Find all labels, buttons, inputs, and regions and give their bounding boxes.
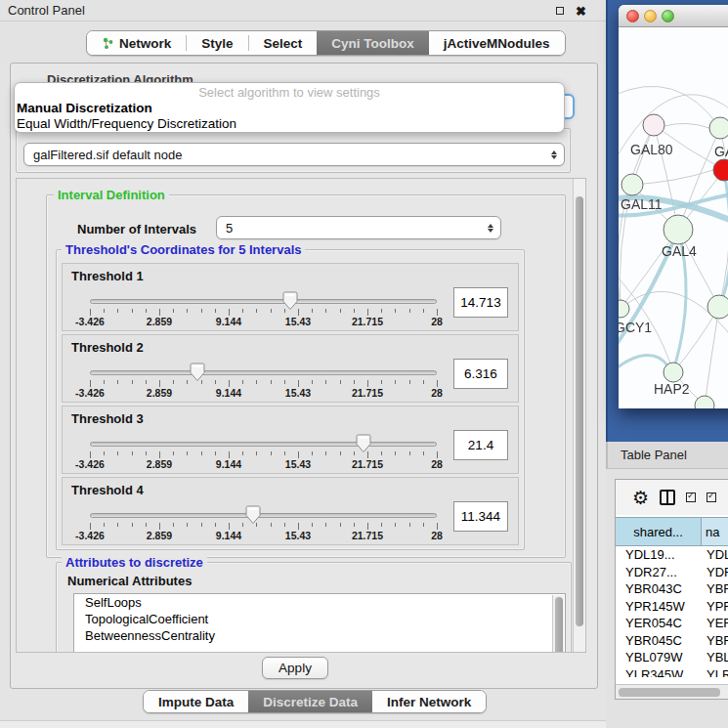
tick-mark xyxy=(298,523,299,530)
tab-select[interactable]: Select xyxy=(249,31,318,55)
bottom-tab-discretize-data[interactable]: Discretize Data xyxy=(248,691,372,712)
tab-label: jActiveMNodules xyxy=(444,36,550,51)
mac-close-button[interactable] xyxy=(626,10,639,22)
tab-jactivemnodules[interactable]: jActiveMNodules xyxy=(429,31,565,55)
node-label: GAL80 xyxy=(630,142,673,157)
apply-button[interactable]: Apply xyxy=(262,657,328,679)
table-row[interactable]: YLR345WYLR3 xyxy=(616,666,728,678)
cell-name: YBL0 xyxy=(702,650,728,664)
tick-mark xyxy=(298,309,299,316)
scrollbar-thumb[interactable] xyxy=(576,196,583,626)
attribute-list-item[interactable]: TopologicalCoefficient xyxy=(74,611,565,627)
threshold-slider-thumb[interactable] xyxy=(245,505,261,525)
table-data-combo[interactable]: galFiltered.sif default node xyxy=(23,143,565,166)
num-intervals-combo[interactable]: 5 xyxy=(216,216,501,239)
tick-mark xyxy=(132,380,133,384)
cell-name: YDL1 xyxy=(702,547,728,562)
tick-mark xyxy=(90,309,91,316)
threshold-slider-thumb[interactable] xyxy=(356,434,371,453)
network-node[interactable] xyxy=(664,363,683,382)
tab-label: Impute Data xyxy=(158,695,234,709)
network-node[interactable] xyxy=(695,396,714,408)
mac-minimize-button[interactable] xyxy=(644,10,657,22)
network-window-titlebar[interactable] xyxy=(619,5,728,27)
table-row[interactable]: YDL19...YDL1 xyxy=(616,546,728,564)
tick-mark xyxy=(104,451,105,455)
table-row[interactable]: YPR145WYPR1 xyxy=(616,598,728,616)
tick-label: 2.859 xyxy=(147,458,172,470)
network-canvas[interactable]: GAL80GACGAL11GAL4GCY1HHAP2 xyxy=(619,27,728,408)
checkbox-icon[interactable] xyxy=(707,492,716,502)
column-header-shared[interactable]: shared... xyxy=(616,517,702,546)
network-edge-highlighted[interactable] xyxy=(619,355,667,371)
attributes-list-scrollbar[interactable] xyxy=(552,595,564,653)
threshold-value-field[interactable]: 6.316 xyxy=(453,359,508,389)
tick-mark xyxy=(117,523,118,527)
network-node[interactable] xyxy=(707,295,728,319)
threshold-value-field[interactable]: 11.344 xyxy=(453,501,508,532)
columns-icon[interactable] xyxy=(660,490,675,505)
attribute-list-item[interactable]: SelfLoops xyxy=(74,594,565,611)
tick-mark xyxy=(173,451,174,455)
control-panel-titlebar: Control Panel ✖ xyxy=(0,0,606,21)
threshold-slider-thumb[interactable] xyxy=(190,363,205,382)
scrollbar-thumb[interactable] xyxy=(619,688,720,697)
tick-mark xyxy=(146,380,147,384)
close-button[interactable]: ✖ xyxy=(576,5,588,18)
float-icon xyxy=(556,7,564,15)
threshold-slider-track[interactable] xyxy=(90,442,437,447)
table-row[interactable]: YBL079WYBL0 xyxy=(616,649,728,666)
table-row[interactable]: YDR27...YDR2 xyxy=(616,564,728,581)
tick-label: 15.43 xyxy=(285,458,311,470)
table-row[interactable]: YBR043CYBR0 xyxy=(616,580,728,598)
column-header-name[interactable]: na xyxy=(702,517,728,546)
node-label: GAL4 xyxy=(662,243,697,259)
threshold-value-field[interactable]: 21.4 xyxy=(453,430,508,460)
attribute-list-item[interactable]: BetweennessCentrality xyxy=(74,627,565,644)
threshold-value-field[interactable]: 14.713 xyxy=(453,287,508,318)
bottom-tab-infer-network[interactable]: Infer Network xyxy=(372,691,486,712)
network-node[interactable] xyxy=(664,215,693,244)
tick-mark xyxy=(423,451,424,455)
tick-mark xyxy=(256,380,257,384)
settings-panel-scrollbar[interactable] xyxy=(573,179,585,652)
num-intervals-value: 5 xyxy=(226,221,233,236)
tick-mark xyxy=(187,380,188,384)
table-panel-title: Table Panel xyxy=(621,448,687,462)
dropdown-item[interactable]: Manual Discretization xyxy=(15,101,564,116)
network-node[interactable] xyxy=(643,114,664,136)
tick-mark xyxy=(117,380,118,384)
cell-name: YBR0 xyxy=(702,581,728,596)
table-row[interactable]: YER054CYER0 xyxy=(616,615,728,632)
tick-mark xyxy=(284,451,285,455)
mac-zoom-button[interactable] xyxy=(662,10,674,22)
thresholds-group-title: Threshold's Coordinates for 5 Intervals xyxy=(62,242,305,257)
tick-mark xyxy=(201,309,202,313)
scrollbar-thumb[interactable] xyxy=(555,597,563,653)
gear-icon[interactable]: ⚙ xyxy=(632,489,649,507)
network-edge[interactable] xyxy=(619,86,720,128)
tick-mark xyxy=(340,309,341,313)
network-edge[interactable] xyxy=(705,307,719,406)
tab-style[interactable]: Style xyxy=(187,31,247,55)
bottom-tab-impute-data[interactable]: Impute Data xyxy=(144,691,248,712)
threshold-slider-track[interactable] xyxy=(90,299,437,304)
tick-mark xyxy=(90,380,91,387)
network-node[interactable] xyxy=(621,174,643,195)
tick-mark xyxy=(229,523,230,530)
tab-cyni-toolbox[interactable]: Cyni Toolbox xyxy=(317,31,429,55)
table-horizontal-scrollbar[interactable] xyxy=(616,684,728,699)
network-node[interactable] xyxy=(709,117,728,139)
threshold-slider-track[interactable] xyxy=(90,370,437,375)
table-row[interactable]: YBR045CYBR0 xyxy=(616,632,728,650)
threshold-slider-track[interactable] xyxy=(90,513,437,518)
dropdown-item[interactable]: Equal Width/Frequency Discretization xyxy=(15,116,564,132)
checkbox-icon[interactable] xyxy=(686,492,696,502)
tab-label: Cyni Toolbox xyxy=(331,36,414,51)
network-edge[interactable] xyxy=(664,123,709,128)
float-window-button[interactable] xyxy=(554,5,567,18)
tab-network[interactable]: Network xyxy=(87,31,186,55)
threshold-slider-thumb[interactable] xyxy=(282,291,298,311)
tick-mark xyxy=(159,523,160,530)
network-node[interactable] xyxy=(713,159,728,181)
